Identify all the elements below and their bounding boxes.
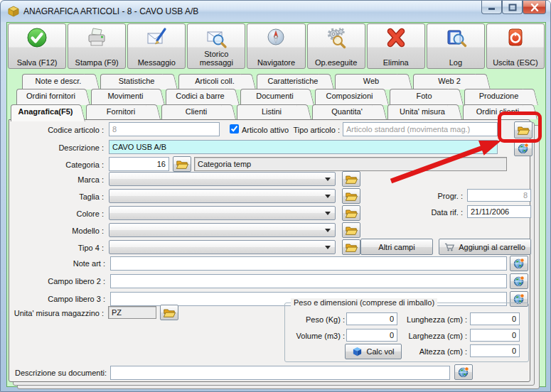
larghezza-field[interactable]	[470, 329, 520, 342]
minimize-button[interactable]	[481, 1, 502, 14]
window-title: ANAGRAFICA ARTICOLI - 8 - CAVO USB A/B	[23, 1, 198, 22]
tab-codici-a-barre[interactable]: Codici a barre	[166, 89, 240, 105]
descrizione-globe-button[interactable]	[514, 141, 533, 156]
tab-statistiche[interactable]: Statistiche	[100, 74, 178, 89]
tab-row-middle: Ordini fornitori Movimenti Codici a barr…	[16, 89, 539, 105]
tab-foto[interactable]: Foto	[390, 89, 464, 105]
tab-produzione[interactable]: Produzione	[464, 89, 539, 105]
folder-icon	[345, 242, 358, 253]
taglia-folder-button[interactable]	[342, 188, 360, 204]
calc-vol-button[interactable]: Calc vol	[345, 344, 402, 359]
unita-misura-magazzino-label: Unita' misura magazzino :	[13, 308, 104, 318]
marca-folder-button[interactable]	[342, 171, 360, 187]
categoria-folder-button[interactable]	[173, 156, 191, 172]
note-art-globe-button[interactable]	[510, 256, 528, 271]
lunghezza-field[interactable]	[470, 312, 520, 325]
toolbar-button-messaggio[interactable]: Messaggio	[127, 23, 186, 69]
tipo-4-folder-button[interactable]	[342, 239, 360, 255]
toolbar-label: Op.eseguite	[315, 58, 357, 67]
maximize-button[interactable]	[502, 1, 523, 14]
note-art-field[interactable]	[110, 256, 507, 271]
folder-icon	[163, 307, 176, 318]
tab-fornitori[interactable]: Fornitori	[86, 104, 161, 119]
tab-web-2[interactable]: Web 2	[413, 74, 491, 89]
tab-composizioni[interactable]: Composizioni	[315, 89, 390, 105]
altri-campi-button[interactable]: Altri campi	[360, 239, 433, 255]
app-box-icon	[8, 6, 19, 17]
unita-misura-magazzino-field[interactable]	[108, 306, 156, 319]
toolbar-button-op-eseguite[interactable]: Op.eseguite	[307, 23, 365, 69]
altezza-label: Altezza (cm) :	[399, 347, 467, 356]
descrizione-documenti-field[interactable]	[110, 366, 450, 380]
toolbar-label: Messaggio	[138, 58, 176, 67]
categoria-code-field[interactable]	[109, 157, 169, 171]
codice-articolo-field[interactable]	[109, 122, 220, 136]
toolbar-button-log[interactable]: Log	[427, 23, 485, 69]
progr-field[interactable]	[467, 189, 531, 202]
toolbar-button-salva[interactable]: Salva (F12)	[8, 23, 66, 69]
tab-web[interactable]: Web	[335, 74, 413, 89]
tab-row-bottom: Anagrafica(F5) Fornitori Clienti Listini…	[11, 104, 538, 121]
tab-label: Ordini clienti	[463, 104, 538, 116]
taglia-dropdown[interactable]	[109, 189, 336, 203]
tipo-4-dropdown[interactable]	[109, 240, 336, 254]
larghezza-label: Larghezza (cm) :	[399, 331, 467, 341]
tab-articoli-coll[interactable]: Articoli coll.	[178, 74, 257, 89]
folder-icon	[345, 225, 358, 236]
marca-dropdown[interactable]	[109, 172, 336, 186]
descrizione-field[interactable]	[109, 140, 498, 154]
toolbar-label: Stampa (F9)	[75, 58, 119, 67]
folder-icon	[345, 174, 358, 185]
peso-dimensioni-group: Peso e dimensioni (comprese di imballo) …	[284, 303, 529, 362]
anagrafica-panel: Codice articolo : Articolo attivo Tipo a…	[9, 119, 530, 382]
data-rif-field[interactable]	[467, 205, 531, 218]
colore-folder-button[interactable]	[342, 205, 360, 221]
tab-label: Statistiche	[100, 74, 178, 85]
save-check-icon	[26, 26, 48, 49]
tab-note-e-descr[interactable]: Note e descr.	[22, 74, 100, 89]
tab-caratteristiche[interactable]: Caratteristiche	[257, 74, 335, 89]
altezza-field[interactable]	[470, 344, 520, 357]
campo-libero-2-field[interactable]	[110, 274, 507, 288]
colore-label: Colore :	[13, 209, 104, 219]
cart-icon	[444, 242, 455, 252]
folder-icon	[176, 159, 188, 170]
tipo-articolo-field[interactable]	[343, 122, 498, 136]
articolo-attivo-checkbox[interactable]	[230, 124, 239, 134]
chevron-down-icon	[325, 195, 331, 201]
tab-listini[interactable]: Listini	[237, 104, 312, 119]
modello-folder-button[interactable]	[342, 222, 360, 238]
colore-dropdown[interactable]	[109, 206, 336, 220]
tab-label: Unita' misura	[387, 104, 463, 116]
tab-quantita[interactable]: Quantita'	[312, 104, 387, 119]
tab-unita-misura[interactable]: Unita' misura	[387, 104, 463, 119]
tab-ordini-clienti[interactable]: Ordini clienti	[463, 104, 538, 119]
tab-anagrafica-f5[interactable]: Anagrafica(F5)	[11, 104, 86, 121]
tab-movimenti[interactable]: Movimenti	[91, 89, 166, 105]
toolbar-button-stampa[interactable]: Stampa (F9)	[68, 23, 126, 69]
tab-documenti[interactable]: Documenti	[240, 89, 315, 105]
title-bar[interactable]: ANAGRAFICA ARTICOLI - 8 - CAVO USB A/B	[1, 1, 551, 22]
peso-field[interactable]	[346, 312, 397, 325]
aggiungi-al-carrello-button[interactable]: Aggiungi al carrello	[439, 239, 531, 255]
tab-label: Codici a barre	[166, 89, 240, 100]
tipo-articolo-folder-button[interactable]	[514, 121, 533, 138]
descrizione-label: Descrizione :	[13, 143, 104, 153]
chevron-down-icon	[325, 229, 331, 235]
tab-clienti[interactable]: Clienti	[161, 104, 237, 119]
tipo-4-label: Tipo 4 :	[13, 243, 104, 253]
toolbar-button-elimina[interactable]: Elimina	[367, 23, 425, 69]
modello-dropdown[interactable]	[109, 223, 336, 237]
campo-libero-2-globe-button[interactable]	[510, 273, 528, 289]
volume-field[interactable]	[346, 329, 397, 342]
close-button[interactable]	[523, 1, 546, 14]
tab-ordini-fornitori[interactable]: Ordini fornitori	[16, 89, 91, 105]
progr-label: Progr. :	[379, 191, 463, 201]
toolbar-button-navigatore[interactable]: Navigatore	[247, 23, 305, 69]
toolbar-button-uscita[interactable]: Uscita (ESC)	[486, 23, 545, 69]
descrizione-documenti-globe-button[interactable]	[454, 364, 473, 380]
toolbar-button-storico-messaggi[interactable]: Storico messaggi	[187, 23, 245, 69]
minimize-icon	[488, 4, 496, 11]
unita-misura-folder-button[interactable]	[160, 305, 178, 320]
tab-label: Ordini fornitori	[16, 89, 91, 100]
